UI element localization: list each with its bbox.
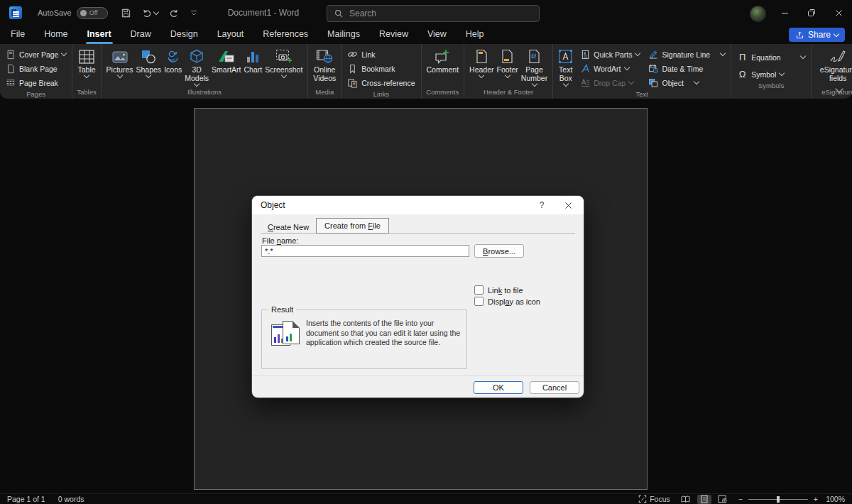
smartart-icon bbox=[218, 50, 235, 64]
esignature-fields-button[interactable]: eSignature fields bbox=[815, 46, 852, 82]
page-break-button[interactable]: Page Break bbox=[4, 76, 68, 89]
tab-design[interactable]: Design bbox=[170, 29, 198, 40]
minimize-icon bbox=[781, 9, 789, 17]
text-box-button[interactable]: Text Box bbox=[557, 46, 574, 86]
dialog-close-icon bbox=[564, 202, 572, 209]
checkbox-icon bbox=[474, 297, 484, 306]
print-layout-button[interactable] bbox=[697, 495, 711, 504]
link-to-file-label: Link to file bbox=[488, 286, 523, 295]
shapes-button[interactable]: Shapes bbox=[135, 46, 163, 77]
chart-button[interactable]: Chart bbox=[243, 46, 264, 74]
header-button[interactable]: Header bbox=[468, 46, 495, 77]
quick-parts-button[interactable]: Quick Parts bbox=[579, 48, 642, 61]
group-symbols: Π Equation Ω Symbol Symbols bbox=[731, 44, 812, 99]
tab-mailings[interactable]: Mailings bbox=[327, 29, 360, 40]
dialog-footer: OK Cancel bbox=[252, 376, 584, 398]
page-number-button[interactable]: Page Number bbox=[520, 46, 549, 86]
web-layout-button[interactable] bbox=[716, 495, 730, 504]
group-label-symbols: Symbols bbox=[735, 81, 807, 92]
tab-file[interactable]: File bbox=[11, 29, 25, 40]
group-comments: Comment Comments bbox=[422, 44, 465, 99]
file-name-input[interactable] bbox=[261, 245, 469, 257]
autosave-label: AutoSave bbox=[38, 9, 72, 17]
result-description: Inserts the contents of the file into yo… bbox=[306, 319, 461, 348]
tab-help[interactable]: Help bbox=[466, 29, 484, 40]
wordart-button[interactable]: WordArt bbox=[579, 62, 642, 75]
tab-layout[interactable]: Layout bbox=[217, 29, 244, 40]
group-label-illustrations: Illustrations bbox=[105, 87, 305, 99]
group-header-footer: Header Footer bbox=[464, 44, 553, 99]
table-button[interactable]: Table bbox=[76, 46, 97, 77]
object-button[interactable]: Object bbox=[646, 76, 727, 89]
page-indicator[interactable]: Page 1 of 1 bbox=[7, 495, 45, 503]
zoom-level[interactable]: 100% bbox=[824, 495, 845, 503]
redo-button[interactable] bbox=[168, 8, 180, 18]
screenshot-icon bbox=[275, 49, 293, 64]
tab-insert[interactable]: Insert bbox=[87, 29, 111, 40]
read-mode-button[interactable] bbox=[679, 495, 693, 504]
cancel-button[interactable]: Cancel bbox=[530, 381, 579, 394]
symbol-icon: Ω bbox=[737, 70, 748, 79]
tab-references[interactable]: References bbox=[263, 29, 308, 40]
online-videos-icon bbox=[316, 49, 333, 64]
display-as-icon-checkbox[interactable]: Display as icon bbox=[474, 297, 540, 306]
smartart-button[interactable]: SmartArt bbox=[210, 46, 242, 74]
date-time-button[interactable]: Date & Time bbox=[646, 62, 727, 75]
browse-button[interactable]: Browse... bbox=[474, 244, 524, 258]
equation-button[interactable]: Π Equation bbox=[735, 50, 807, 64]
online-videos-button[interactable]: Online Videos bbox=[312, 46, 337, 82]
blank-page-button[interactable]: Blank Page bbox=[4, 62, 68, 75]
tab-home[interactable]: Home bbox=[44, 29, 67, 40]
symbol-button[interactable]: Ω Symbol bbox=[735, 67, 807, 81]
link-button[interactable]: Link bbox=[345, 48, 417, 61]
tab-view[interactable]: View bbox=[427, 29, 447, 40]
zoom-out-button[interactable]: − bbox=[738, 495, 743, 503]
pictures-button[interactable]: Pictures bbox=[105, 46, 135, 77]
zoom-slider-thumb[interactable] bbox=[777, 496, 780, 503]
tab-create-new[interactable]: Create New bbox=[261, 221, 316, 234]
restore-button[interactable] bbox=[798, 0, 825, 26]
signature-line-button[interactable]: Signature Line bbox=[646, 48, 727, 61]
undo-chevron-icon bbox=[153, 9, 158, 14]
footer-button[interactable]: Footer bbox=[496, 46, 520, 77]
save-button[interactable] bbox=[121, 8, 131, 18]
customize-qat-button[interactable] bbox=[190, 9, 198, 17]
cross-reference-button[interactable]: Cross-reference bbox=[345, 76, 417, 89]
cover-page-button[interactable]: Cover Page bbox=[4, 48, 68, 61]
zoom-slider[interactable] bbox=[748, 499, 808, 500]
share-button[interactable]: Share bbox=[789, 28, 845, 42]
dialog-close-button[interactable] bbox=[552, 196, 584, 214]
close-button[interactable] bbox=[825, 0, 852, 26]
autosave-control[interactable]: AutoSave Off bbox=[38, 7, 108, 19]
tab-create-from-file[interactable]: Create from File bbox=[316, 218, 389, 234]
word-count[interactable]: 0 words bbox=[58, 495, 84, 503]
word-app-icon[interactable] bbox=[9, 6, 22, 19]
comment-button[interactable]: Comment bbox=[425, 46, 461, 74]
dialog-tabs: Create New Create from File bbox=[261, 219, 584, 234]
dialog-title: Object bbox=[261, 200, 531, 210]
group-tables: Table Tables bbox=[72, 44, 101, 99]
focus-button[interactable]: Focus bbox=[638, 495, 670, 503]
tab-draw[interactable]: Draw bbox=[131, 29, 151, 40]
zoom-in-button[interactable]: + bbox=[814, 495, 818, 503]
status-bar: Page 1 of 1 0 words Focus bbox=[0, 493, 852, 504]
3d-models-button[interactable]: 3D Models bbox=[183, 46, 210, 86]
bookmark-button[interactable]: Bookmark bbox=[345, 62, 417, 75]
share-chevron-icon bbox=[834, 31, 839, 36]
minimize-button[interactable] bbox=[771, 0, 798, 26]
user-avatar[interactable] bbox=[750, 6, 766, 22]
dialog-help-button[interactable]: ? bbox=[531, 200, 552, 210]
autosave-toggle[interactable]: Off bbox=[77, 7, 108, 19]
ok-button[interactable]: OK bbox=[474, 381, 523, 394]
drop-cap-button[interactable]: Drop Cap bbox=[579, 76, 642, 89]
group-illustrations: Pictures Shapes bbox=[102, 44, 309, 99]
screenshot-button[interactable]: Screenshot bbox=[263, 46, 304, 77]
tab-review[interactable]: Review bbox=[379, 29, 408, 40]
search-box[interactable]: Search bbox=[327, 5, 540, 22]
pictures-icon bbox=[112, 50, 128, 64]
icons-button[interactable]: Icons bbox=[163, 46, 183, 74]
undo-button[interactable] bbox=[141, 8, 158, 18]
header-icon bbox=[476, 49, 488, 64]
zoom-control: − + 100% bbox=[738, 495, 845, 503]
link-to-file-checkbox[interactable]: Link to file bbox=[474, 285, 523, 295]
